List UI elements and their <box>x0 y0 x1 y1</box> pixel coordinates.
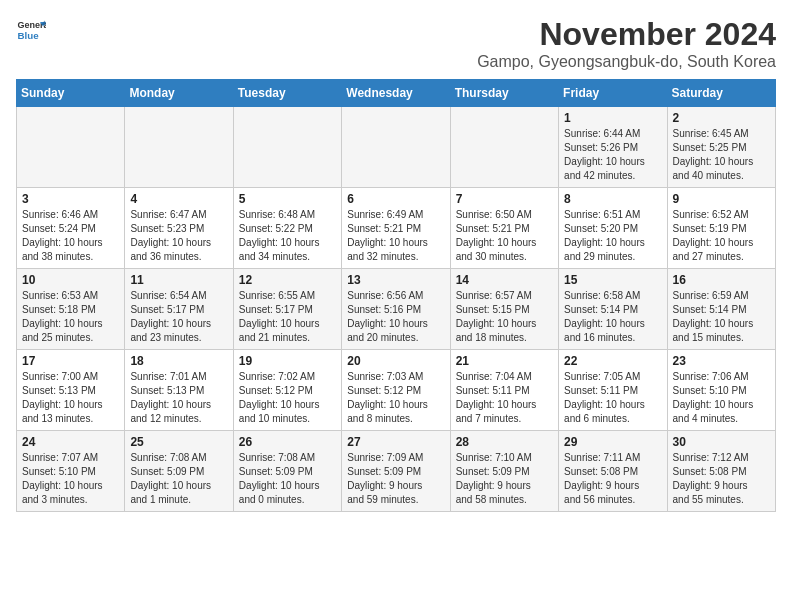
day-number: 24 <box>22 435 119 449</box>
day-info: Sunrise: 6:46 AM Sunset: 5:24 PM Dayligh… <box>22 208 119 264</box>
logo-icon: General Blue <box>16 16 46 46</box>
day-info: Sunrise: 6:51 AM Sunset: 5:20 PM Dayligh… <box>564 208 661 264</box>
day-number: 12 <box>239 273 336 287</box>
week-row-2: 3Sunrise: 6:46 AM Sunset: 5:24 PM Daylig… <box>17 188 776 269</box>
week-row-5: 24Sunrise: 7:07 AM Sunset: 5:10 PM Dayli… <box>17 431 776 512</box>
day-number: 29 <box>564 435 661 449</box>
col-thursday: Thursday <box>450 80 558 107</box>
cell-w3-d3: 13Sunrise: 6:56 AM Sunset: 5:16 PM Dayli… <box>342 269 450 350</box>
day-info: Sunrise: 6:59 AM Sunset: 5:14 PM Dayligh… <box>673 289 770 345</box>
cell-w3-d6: 16Sunrise: 6:59 AM Sunset: 5:14 PM Dayli… <box>667 269 775 350</box>
col-friday: Friday <box>559 80 667 107</box>
week-row-3: 10Sunrise: 6:53 AM Sunset: 5:18 PM Dayli… <box>17 269 776 350</box>
day-number: 14 <box>456 273 553 287</box>
cell-w3-d5: 15Sunrise: 6:58 AM Sunset: 5:14 PM Dayli… <box>559 269 667 350</box>
cell-w5-d3: 27Sunrise: 7:09 AM Sunset: 5:09 PM Dayli… <box>342 431 450 512</box>
cell-w4-d4: 21Sunrise: 7:04 AM Sunset: 5:11 PM Dayli… <box>450 350 558 431</box>
day-info: Sunrise: 6:58 AM Sunset: 5:14 PM Dayligh… <box>564 289 661 345</box>
day-number: 15 <box>564 273 661 287</box>
day-number: 2 <box>673 111 770 125</box>
cell-w1-d6: 2Sunrise: 6:45 AM Sunset: 5:25 PM Daylig… <box>667 107 775 188</box>
day-number: 19 <box>239 354 336 368</box>
cell-w2-d2: 5Sunrise: 6:48 AM Sunset: 5:22 PM Daylig… <box>233 188 341 269</box>
day-number: 17 <box>22 354 119 368</box>
day-number: 6 <box>347 192 444 206</box>
location-title: Gampo, Gyeongsangbuk-do, South Korea <box>477 53 776 71</box>
cell-w4-d2: 19Sunrise: 7:02 AM Sunset: 5:12 PM Dayli… <box>233 350 341 431</box>
day-number: 26 <box>239 435 336 449</box>
day-number: 10 <box>22 273 119 287</box>
logo: General Blue <box>16 16 46 46</box>
day-number: 28 <box>456 435 553 449</box>
day-number: 20 <box>347 354 444 368</box>
cell-w5-d4: 28Sunrise: 7:10 AM Sunset: 5:09 PM Dayli… <box>450 431 558 512</box>
day-info: Sunrise: 7:03 AM Sunset: 5:12 PM Dayligh… <box>347 370 444 426</box>
day-number: 4 <box>130 192 227 206</box>
day-number: 9 <box>673 192 770 206</box>
day-info: Sunrise: 6:44 AM Sunset: 5:26 PM Dayligh… <box>564 127 661 183</box>
cell-w4-d0: 17Sunrise: 7:00 AM Sunset: 5:13 PM Dayli… <box>17 350 125 431</box>
day-number: 3 <box>22 192 119 206</box>
week-row-4: 17Sunrise: 7:00 AM Sunset: 5:13 PM Dayli… <box>17 350 776 431</box>
day-number: 30 <box>673 435 770 449</box>
cell-w4-d6: 23Sunrise: 7:06 AM Sunset: 5:10 PM Dayli… <box>667 350 775 431</box>
day-number: 7 <box>456 192 553 206</box>
day-info: Sunrise: 6:55 AM Sunset: 5:17 PM Dayligh… <box>239 289 336 345</box>
col-tuesday: Tuesday <box>233 80 341 107</box>
day-info: Sunrise: 6:49 AM Sunset: 5:21 PM Dayligh… <box>347 208 444 264</box>
day-info: Sunrise: 7:06 AM Sunset: 5:10 PM Dayligh… <box>673 370 770 426</box>
day-number: 11 <box>130 273 227 287</box>
day-number: 22 <box>564 354 661 368</box>
day-number: 23 <box>673 354 770 368</box>
day-info: Sunrise: 7:05 AM Sunset: 5:11 PM Dayligh… <box>564 370 661 426</box>
cell-w5-d1: 25Sunrise: 7:08 AM Sunset: 5:09 PM Dayli… <box>125 431 233 512</box>
cell-w4-d1: 18Sunrise: 7:01 AM Sunset: 5:13 PM Dayli… <box>125 350 233 431</box>
cell-w1-d5: 1Sunrise: 6:44 AM Sunset: 5:26 PM Daylig… <box>559 107 667 188</box>
day-info: Sunrise: 6:54 AM Sunset: 5:17 PM Dayligh… <box>130 289 227 345</box>
cell-w2-d0: 3Sunrise: 6:46 AM Sunset: 5:24 PM Daylig… <box>17 188 125 269</box>
day-info: Sunrise: 7:08 AM Sunset: 5:09 PM Dayligh… <box>130 451 227 507</box>
day-number: 8 <box>564 192 661 206</box>
cell-w1-d4 <box>450 107 558 188</box>
cell-w5-d5: 29Sunrise: 7:11 AM Sunset: 5:08 PM Dayli… <box>559 431 667 512</box>
cell-w3-d1: 11Sunrise: 6:54 AM Sunset: 5:17 PM Dayli… <box>125 269 233 350</box>
cell-w1-d3 <box>342 107 450 188</box>
week-row-1: 1Sunrise: 6:44 AM Sunset: 5:26 PM Daylig… <box>17 107 776 188</box>
cell-w4-d5: 22Sunrise: 7:05 AM Sunset: 5:11 PM Dayli… <box>559 350 667 431</box>
header-row: Sunday Monday Tuesday Wednesday Thursday… <box>17 80 776 107</box>
day-info: Sunrise: 7:11 AM Sunset: 5:08 PM Dayligh… <box>564 451 661 507</box>
col-saturday: Saturday <box>667 80 775 107</box>
col-monday: Monday <box>125 80 233 107</box>
day-info: Sunrise: 7:00 AM Sunset: 5:13 PM Dayligh… <box>22 370 119 426</box>
day-info: Sunrise: 7:07 AM Sunset: 5:10 PM Dayligh… <box>22 451 119 507</box>
cell-w3-d2: 12Sunrise: 6:55 AM Sunset: 5:17 PM Dayli… <box>233 269 341 350</box>
day-info: Sunrise: 6:56 AM Sunset: 5:16 PM Dayligh… <box>347 289 444 345</box>
day-info: Sunrise: 6:45 AM Sunset: 5:25 PM Dayligh… <box>673 127 770 183</box>
day-info: Sunrise: 7:09 AM Sunset: 5:09 PM Dayligh… <box>347 451 444 507</box>
month-title: November 2024 <box>477 16 776 53</box>
day-number: 18 <box>130 354 227 368</box>
day-number: 5 <box>239 192 336 206</box>
title-section: November 2024 Gampo, Gyeongsangbuk-do, S… <box>477 16 776 71</box>
day-info: Sunrise: 6:50 AM Sunset: 5:21 PM Dayligh… <box>456 208 553 264</box>
cell-w1-d2 <box>233 107 341 188</box>
day-info: Sunrise: 6:47 AM Sunset: 5:23 PM Dayligh… <box>130 208 227 264</box>
svg-text:Blue: Blue <box>18 30 40 41</box>
day-info: Sunrise: 7:08 AM Sunset: 5:09 PM Dayligh… <box>239 451 336 507</box>
day-info: Sunrise: 7:04 AM Sunset: 5:11 PM Dayligh… <box>456 370 553 426</box>
cell-w5-d6: 30Sunrise: 7:12 AM Sunset: 5:08 PM Dayli… <box>667 431 775 512</box>
cell-w2-d3: 6Sunrise: 6:49 AM Sunset: 5:21 PM Daylig… <box>342 188 450 269</box>
cell-w5-d0: 24Sunrise: 7:07 AM Sunset: 5:10 PM Dayli… <box>17 431 125 512</box>
col-wednesday: Wednesday <box>342 80 450 107</box>
cell-w3-d4: 14Sunrise: 6:57 AM Sunset: 5:15 PM Dayli… <box>450 269 558 350</box>
day-info: Sunrise: 7:12 AM Sunset: 5:08 PM Dayligh… <box>673 451 770 507</box>
cell-w2-d5: 8Sunrise: 6:51 AM Sunset: 5:20 PM Daylig… <box>559 188 667 269</box>
cell-w2-d4: 7Sunrise: 6:50 AM Sunset: 5:21 PM Daylig… <box>450 188 558 269</box>
day-info: Sunrise: 7:10 AM Sunset: 5:09 PM Dayligh… <box>456 451 553 507</box>
cell-w4-d3: 20Sunrise: 7:03 AM Sunset: 5:12 PM Dayli… <box>342 350 450 431</box>
day-info: Sunrise: 6:48 AM Sunset: 5:22 PM Dayligh… <box>239 208 336 264</box>
calendar-table: Sunday Monday Tuesday Wednesday Thursday… <box>16 79 776 512</box>
day-number: 16 <box>673 273 770 287</box>
day-number: 27 <box>347 435 444 449</box>
day-info: Sunrise: 7:02 AM Sunset: 5:12 PM Dayligh… <box>239 370 336 426</box>
